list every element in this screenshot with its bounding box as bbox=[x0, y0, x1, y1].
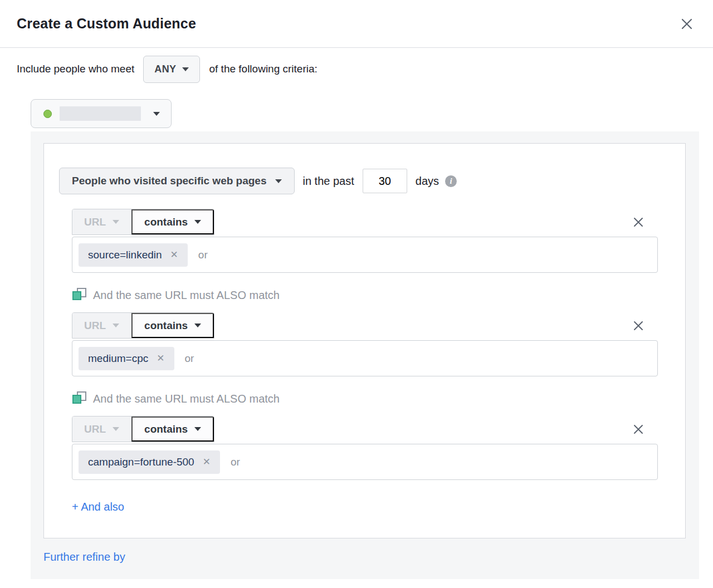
match-type-value: ANY bbox=[154, 63, 176, 75]
url-rules: URL contains source=linkedin bbox=[72, 209, 658, 513]
dialog-header: Create a Custom Audience bbox=[0, 0, 713, 48]
rule-field-dropdown: URL bbox=[72, 416, 131, 442]
chevron-down-icon bbox=[113, 220, 119, 224]
chevron-down-icon bbox=[194, 324, 201, 327]
rule-row: URL contains bbox=[72, 416, 658, 442]
include-condition-row: Include people who meet ANY of the follo… bbox=[17, 55, 696, 83]
pixel-selector-row bbox=[31, 99, 713, 128]
chevron-down-icon bbox=[194, 220, 201, 224]
keyword-tag-label: medium=cpc bbox=[88, 352, 148, 365]
event-type-dropdown[interactable]: People who visited specific web pages bbox=[59, 168, 295, 194]
overlap-square-filled bbox=[72, 395, 81, 404]
and-also-match-row: And the same URL must ALSO match bbox=[72, 390, 658, 407]
rule-field-value: URL bbox=[84, 423, 106, 435]
rule-field-value: URL bbox=[84, 216, 106, 228]
rule-operator-value: contains bbox=[144, 216, 188, 228]
further-refine-link[interactable]: Further refine by bbox=[43, 551, 125, 564]
chevron-down-icon bbox=[182, 67, 189, 71]
timeframe-prefix-text: in the past bbox=[303, 175, 354, 188]
url-keywords-input[interactable]: medium=cpc ✕ or bbox=[72, 340, 658, 376]
pixel-active-status-icon bbox=[43, 110, 52, 118]
keyword-tag: source=linkedin ✕ bbox=[79, 243, 188, 267]
rule-operator-value: contains bbox=[144, 320, 188, 332]
include-prefix-text: Include people who meet bbox=[17, 63, 134, 75]
rule-field-operator-group: URL contains bbox=[72, 209, 214, 235]
criteria-panel: People who visited specific web pages in… bbox=[31, 131, 699, 579]
timeframe-group: in the past days i bbox=[303, 169, 457, 193]
keyword-tag-label: source=linkedin bbox=[88, 249, 162, 261]
keyword-tag-label: campaign=fortune-500 bbox=[88, 456, 194, 468]
url-keywords-input[interactable]: source=linkedin ✕ or bbox=[72, 237, 658, 273]
include-suffix-text: of the following criteria: bbox=[209, 63, 317, 75]
rule-operator-value: contains bbox=[144, 423, 188, 435]
event-row: People who visited specific web pages in… bbox=[59, 168, 658, 194]
remove-tag-icon[interactable]: ✕ bbox=[157, 354, 164, 363]
close-icon bbox=[632, 320, 644, 332]
rule-field-operator-group: URL contains bbox=[72, 312, 214, 339]
overlap-square-filled bbox=[72, 291, 81, 300]
chevron-down-icon bbox=[194, 427, 201, 431]
dialog-title: Create a Custom Audience bbox=[17, 16, 196, 32]
close-icon bbox=[632, 423, 644, 435]
pixel-source-dropdown[interactable] bbox=[31, 99, 172, 128]
delete-rule-button[interactable] bbox=[631, 215, 646, 229]
url-keywords-input[interactable]: campaign=fortune-500 ✕ or bbox=[72, 444, 658, 480]
and-also-match-label: And the same URL must ALSO match bbox=[93, 393, 280, 405]
remove-tag-icon[interactable]: ✕ bbox=[203, 457, 211, 467]
keyword-tag: campaign=fortune-500 ✕ bbox=[79, 450, 220, 474]
close-dialog-button[interactable] bbox=[677, 14, 696, 33]
rule-field-operator-group: URL contains bbox=[72, 416, 214, 442]
delete-rule-button[interactable] bbox=[631, 422, 646, 437]
rule-row: URL contains bbox=[72, 209, 658, 235]
and-also-match-row: And the same URL must ALSO match bbox=[72, 287, 658, 303]
pixel-name-redacted bbox=[60, 106, 141, 121]
close-icon bbox=[680, 17, 694, 31]
timeframe-suffix-text: days bbox=[416, 175, 439, 188]
close-icon bbox=[632, 216, 644, 228]
keyword-tag: medium=cpc ✕ bbox=[79, 347, 174, 370]
chevron-down-icon bbox=[153, 112, 160, 116]
input-placeholder: or bbox=[198, 249, 208, 261]
rule-operator-dropdown[interactable]: contains bbox=[131, 313, 214, 338]
chevron-down-icon bbox=[113, 324, 119, 327]
rule-field-value: URL bbox=[84, 320, 106, 332]
info-icon[interactable]: i bbox=[445, 175, 457, 187]
chevron-down-icon bbox=[275, 179, 282, 183]
input-placeholder: or bbox=[231, 456, 240, 468]
add-rule-link[interactable]: + And also bbox=[72, 501, 124, 513]
rule-field-dropdown: URL bbox=[72, 313, 131, 338]
criteria-card: People who visited specific web pages in… bbox=[43, 143, 686, 538]
and-condition-checkbox-icon[interactable] bbox=[72, 287, 87, 303]
rule-operator-dropdown[interactable]: contains bbox=[131, 416, 214, 442]
rule-row: URL contains bbox=[72, 312, 658, 339]
and-also-match-label: And the same URL must ALSO match bbox=[93, 289, 280, 302]
input-placeholder: or bbox=[185, 352, 194, 365]
delete-rule-button[interactable] bbox=[631, 318, 646, 333]
rule-operator-dropdown[interactable]: contains bbox=[131, 209, 214, 234]
and-condition-checkbox-icon[interactable] bbox=[72, 391, 87, 406]
chevron-down-icon bbox=[113, 427, 119, 431]
rule-field-dropdown: URL bbox=[72, 209, 131, 234]
retention-days-input[interactable] bbox=[363, 169, 407, 193]
match-type-dropdown[interactable]: ANY bbox=[143, 56, 200, 83]
remove-tag-icon[interactable]: ✕ bbox=[170, 250, 178, 259]
event-type-value: People who visited specific web pages bbox=[72, 175, 267, 187]
